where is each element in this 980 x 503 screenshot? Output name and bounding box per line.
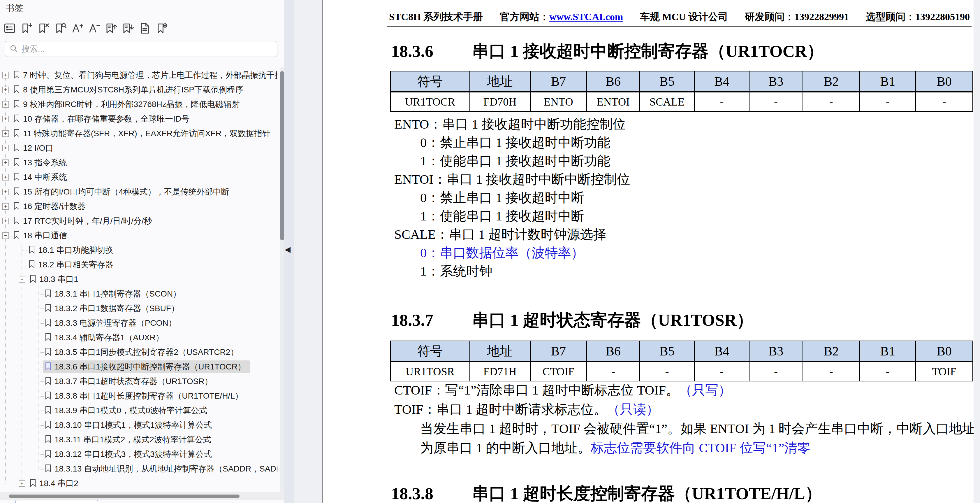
- bookmark-item[interactable]: +8 使用第三方MCU对STC8H系列单片机进行ISP下载范例程序: [0, 83, 277, 97]
- bookmark-item[interactable]: 18.3.13 自动地址识别，从机地址控制寄存器（SADDR，SADEN）: [0, 461, 277, 476]
- expand-icon[interactable]: +: [2, 130, 9, 137]
- bookmark-move-down-button[interactable]: [121, 22, 135, 35]
- bookmark-remove-button[interactable]: [37, 22, 50, 35]
- select-contact: 选型顾问：13922805190: [866, 10, 970, 24]
- doc-text: 0：禁止串口 1 接收超时中断功能: [420, 135, 611, 150]
- table-header-cell: B3: [749, 341, 803, 362]
- document-vertical-scrollbar[interactable]: [974, 0, 980, 503]
- bookmark-item-inner: 18.1 串口功能脚切换: [27, 244, 118, 257]
- bookmark-item[interactable]: 18.3.8 串口1超时长度控制寄存器（UR1TOTE/H/L）: [0, 389, 277, 403]
- bookmark-item[interactable]: 18.3.10 串口1模式1，模式1波特率计算公式: [0, 418, 277, 433]
- bookmark-item-label: 18.3.10 串口1模式1，模式1波特率计算公式: [54, 420, 212, 431]
- bookmark-icon: [13, 201, 23, 211]
- bookmark-item[interactable]: +7 时钟、复位、看门狗与电源管理，芯片上电工作过程，外部晶振抗干扰: [0, 68, 277, 83]
- bookmark-item[interactable]: +11 特殊功能寄存器(SFR，XFR)，EAXFR允许访问XFR，双数据指针: [0, 126, 277, 141]
- bookmark-search-input[interactable]: [21, 44, 273, 54]
- expand-icon[interactable]: +: [2, 160, 9, 166]
- table-header-cell: 地址: [470, 71, 530, 92]
- bookmark-item[interactable]: +17 RTC实时时钟，年/月/日/时/分/秒: [0, 214, 277, 228]
- section-title: 串口 1 接收超时中断控制寄存器（UR1TOCR）: [472, 42, 824, 61]
- bookmark-icon: [29, 479, 39, 489]
- bookmark-item[interactable]: 18.3.9 串口1模式0，模式0波特率计算公式: [0, 403, 277, 418]
- bookmark-icon: [13, 85, 23, 95]
- page-notes-button[interactable]: [138, 22, 151, 35]
- table-header-cell: B0: [916, 71, 973, 92]
- expand-icon[interactable]: +: [2, 203, 9, 210]
- bookmark-tree: +7 时钟、复位、看门狗与电源管理，芯片上电工作过程，外部晶振抗干扰+8 使用第…: [0, 68, 277, 493]
- doc-text: 当发生串口 1 超时时，TOIF 会被硬件置“1”。如果 ENTOI 为 1 时…: [420, 422, 975, 436]
- doc-text-blue: 标志位需要软件向 CTOIF 位写“1”清零: [591, 441, 810, 455]
- sidebar-horizontal-scrollbar[interactable]: [0, 492, 284, 500]
- bookmark-item-inner: 18 串口通信: [12, 229, 71, 242]
- bookmark-item[interactable]: −18.3 串口1: [0, 272, 277, 287]
- bookmark-item-inner: 18.3.11 串口1模式2，模式2波特率计算公式: [43, 433, 215, 446]
- doc-text-line: 1：使能串口 1 接收超时中断功能: [323, 152, 974, 170]
- expand-icon[interactable]: +: [2, 174, 9, 180]
- bookmark-item[interactable]: 18.3.5 串口1同步模式控制寄存器2（USARTCR2）: [0, 345, 277, 359]
- bookmark-item[interactable]: 18.3.6 串口1接收超时中断控制寄存器（UR1TOCR）: [0, 359, 277, 374]
- sidebar-vertical-scrollbar[interactable]: [280, 67, 284, 492]
- header-rule: [387, 26, 972, 27]
- bookmark-item[interactable]: +18.4 串口2: [0, 476, 277, 491]
- bookmark-item[interactable]: +13 指令系统: [0, 155, 277, 170]
- site-link[interactable]: www.STCAI.com: [549, 11, 623, 22]
- bookmark-item[interactable]: 18.3.1 串口1控制寄存器（SCON）: [0, 287, 277, 301]
- font-increase-button[interactable]: [70, 22, 84, 35]
- bookmark-item-inner: 18.3.13 自动地址识别，从机地址控制寄存器（SADDR，SADEN）: [43, 463, 277, 475]
- bookmark-item[interactable]: 18.3.4 辅助寄存器1（AUXR）: [0, 331, 277, 345]
- expand-icon[interactable]: +: [2, 116, 9, 122]
- bookmark-item[interactable]: 18.3.3 电源管理寄存器（PCON）: [0, 316, 277, 331]
- bookmark-item[interactable]: −18 串口通信: [0, 228, 277, 243]
- bookmark-add-button[interactable]: [20, 22, 33, 35]
- table-cell: -: [640, 362, 694, 381]
- bookmark-item[interactable]: +15 所有的I/O口均可中断（4种模式），不是传统外部中断: [0, 185, 277, 199]
- doc-text: 1：系统时钟: [420, 264, 493, 278]
- search-icon: [10, 44, 18, 54]
- table-cell: ENTO: [530, 92, 587, 112]
- bookmark-item[interactable]: 18.2 串口相关寄存器: [0, 257, 277, 272]
- bookmark-search-box[interactable]: [5, 41, 277, 57]
- bookmark-item[interactable]: 18.1 串口功能脚切换: [0, 243, 277, 257]
- collapse-icon[interactable]: −: [19, 276, 25, 283]
- table-header-cell: B6: [587, 71, 640, 92]
- bookmark-icon: [44, 449, 54, 459]
- outline-list-button[interactable]: [3, 22, 16, 35]
- bookmark-item-label: 18.3.12 串口1模式3，模式3波特率计算公式: [54, 449, 212, 460]
- bookmark-item[interactable]: 18.3.2 串口1数据寄存器（SBUF）: [0, 301, 277, 316]
- bookmark-item-inner: 18.2 串口相关寄存器: [27, 258, 118, 271]
- bookmark-move-up-button[interactable]: [104, 22, 118, 35]
- bookmark-locate-button[interactable]: [155, 22, 169, 35]
- bookmark-item[interactable]: +10 存储器，在哪存储重要参数，全球唯一ID号: [0, 112, 277, 126]
- bookmark-icon: [13, 129, 23, 139]
- expand-icon[interactable]: +: [2, 188, 9, 195]
- expand-icon[interactable]: +: [2, 218, 9, 224]
- bookmark-item[interactable]: +14 中断系统: [0, 170, 277, 185]
- bookmark-item[interactable]: +9 校准内部IRC时钟，利用外部32768Hz晶振，降低电磁辐射: [0, 97, 277, 112]
- doc-text: 为原串口 1 的中断入口地址。: [420, 441, 591, 455]
- doc-text: ENTO：串口 1 接收超时中断功能控制位: [394, 117, 626, 131]
- vertical-scrollbar-thumb[interactable]: [280, 71, 284, 240]
- bookmark-item[interactable]: 18.3.7 串口1超时状态寄存器（UR1TOSR）: [0, 374, 277, 389]
- expand-icon[interactable]: +: [2, 72, 9, 78]
- expand-icon[interactable]: +: [2, 145, 9, 151]
- table-header-cell: 符号: [390, 71, 470, 92]
- bookmark-search-button[interactable]: [54, 22, 67, 35]
- panel-collapse-handle[interactable]: ◀: [285, 245, 291, 254]
- doc-text-blue: （只写）: [679, 383, 732, 398]
- bookmark-item-inner: 18.3 串口1: [28, 273, 83, 286]
- expand-icon[interactable]: +: [19, 480, 25, 487]
- bookmark-item[interactable]: +12 I/O口: [0, 141, 277, 155]
- font-decrease-button[interactable]: [88, 22, 101, 35]
- bookmark-item[interactable]: 18.3.12 串口1模式3，模式3波特率计算公式: [0, 447, 277, 461]
- bookmark-item[interactable]: +16 定时器/计数器: [0, 199, 277, 214]
- bookmark-item-label: 18.3.3 电源管理寄存器（PCON）: [54, 318, 177, 329]
- expand-icon[interactable]: +: [2, 86, 9, 93]
- doc-text-line: ENTOI：串口 1 接收超时中断中断控制位: [323, 170, 974, 188]
- collapse-icon[interactable]: −: [2, 232, 9, 239]
- horizontal-scrollbar-thumb[interactable]: [9, 495, 240, 498]
- expand-icon[interactable]: +: [2, 101, 9, 108]
- doc-text: 0：禁止串口 1 接收超时中断: [420, 190, 584, 205]
- bookmark-item[interactable]: 18.3.11 串口1模式2，模式2波特率计算公式: [0, 433, 277, 447]
- doc-text-line: 1：使能串口 1 接收超时中断: [323, 207, 974, 225]
- bookmark-icon: [13, 70, 23, 80]
